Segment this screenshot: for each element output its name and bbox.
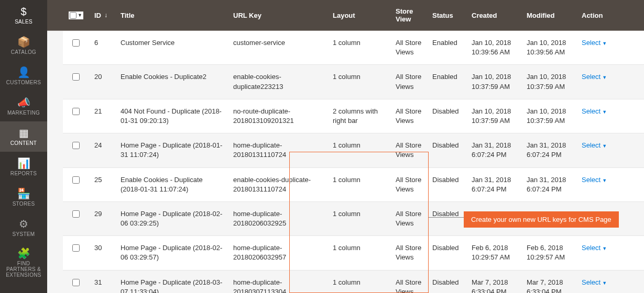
row-layout: 1 column [328,31,390,64]
row-action: Select▼ [576,236,644,269]
select-action-link[interactable]: Select▼ [582,176,607,184]
row-checkbox[interactable] [72,210,80,218]
box-icon: 📦 [17,37,30,47]
header-store-view[interactable]: Store View [390,0,427,30]
table-row[interactable]: 30 Home Page - Duplicate (2018-02-06 03:… [63,236,644,270]
row-status: Enabled [427,65,466,98]
table-row[interactable]: 31 Home Page - Duplicate (2018-03-07 11:… [63,271,644,293]
header-url-key[interactable]: URL Key [228,0,328,30]
sidebar-item-label: REPORTS [10,171,37,176]
table-row[interactable]: 20 Enable Cookies - Duplicate2 enable-co… [63,65,644,99]
header-select-all[interactable]: ▼ [63,0,89,30]
table-row[interactable]: 25 Enable Cookies - Duplicate (2018-01-3… [63,168,644,202]
select-action-link[interactable]: Select▼ [582,107,607,115]
select-label: Select [582,107,601,115]
row-created: Jan 31, 2018 6:07:24 PM [466,168,521,201]
header-created[interactable]: Created [466,0,521,30]
header-action: Action [576,0,644,30]
row-layout: 2 columns with right bar [328,99,390,133]
row-status: Disabled [427,236,466,269]
sidebar-item-system[interactable]: ⚙ SYSTEM [0,212,47,243]
row-store-view: All Store Views [390,236,427,269]
annotation-tooltip: Create your own new URL keys for CMS Pag… [464,211,619,228]
row-created: Jan 10, 2018 10:39:56 AM [466,31,521,64]
row-url-key: enable-cookies-duplicate223213 [228,65,328,98]
row-checkbox[interactable] [72,108,80,115]
row-title: Enable Cookies - Duplicate2 [115,65,228,98]
sidebar-item-content[interactable]: ▦ CONTENT [0,121,47,152]
row-checkbox[interactable] [72,73,80,81]
chevron-down-icon: ▼ [602,280,607,286]
sidebar-item-label: SALES [15,19,32,25]
row-modified: Feb 6, 2018 10:29:57 AM [521,236,576,269]
row-url-key: home-duplicate-20180206032925 [228,202,328,235]
sidebar-item-reports[interactable]: 📊 REPORTS [0,152,47,182]
gear-icon: ⚙ [19,219,28,229]
header-layout[interactable]: Layout [328,0,390,30]
row-checkbox[interactable] [72,39,80,47]
row-url-key: home-duplicate-20180131110724 [228,133,328,167]
sidebar-item-sales[interactable]: $ SALES [0,0,47,30]
row-checkbox[interactable] [72,176,80,184]
row-created: Jan 31, 2018 6:07:24 PM [466,133,521,167]
row-title: Home Page - Duplicate (2018-01-31 11:07:… [115,133,228,167]
row-title: Home Page - Duplicate (2018-02-06 03:29:… [115,236,228,269]
sidebar-item-catalog[interactable]: 📦 CATALOG [0,30,47,61]
admin-sidebar: $ SALES 📦 CATALOG 👤 CUSTOMERS 📣 MARKETIN… [0,0,47,293]
row-url-key: home-duplicate-20180206032957 [228,236,328,269]
table-row[interactable]: 24 Home Page - Duplicate (2018-01-31 11:… [63,133,644,167]
sidebar-item-marketing[interactable]: 📣 MARKETING [0,91,47,121]
row-url-key: customer-service [228,31,328,64]
row-checkbox[interactable] [72,244,80,252]
table-row[interactable]: 21 404 Not Found - Duplicate (2018-01-31… [63,99,644,133]
row-store-view: All Store Views [390,133,427,167]
header-id[interactable]: ID ↓ [89,0,115,30]
row-modified: Jan 10, 2018 10:37:59 AM [521,99,576,133]
select-all-checkbox[interactable] [70,12,77,19]
row-checkbox-cell [63,65,89,98]
sidebar-item-label: STORES [13,201,35,207]
row-layout: 1 column [328,202,390,235]
header-title[interactable]: Title [115,0,228,30]
select-action-link[interactable]: Select▼ [582,73,607,81]
header-label: Modified [527,12,554,19]
row-url-key: enable-cookies-duplicate-20180131110724 [228,168,328,201]
select-action-link[interactable]: Select▼ [582,141,607,149]
sidebar-item-customers[interactable]: 👤 CUSTOMERS [0,61,47,91]
row-id: 25 [89,168,115,201]
row-id: 24 [89,133,115,167]
main-content: ▼ ID ↓ Title URL Key Layout Store View S… [47,0,644,293]
tooltip-text: Create your own new URL keys for CMS Pag… [471,216,612,223]
row-checkbox-cell [63,133,89,167]
header-status[interactable]: Status [427,0,466,30]
sidebar-item-label: CUSTOMERS [6,80,41,85]
sidebar-item-partners[interactable]: 🧩 FIND PARTNERS & EXTENSIONS [0,243,47,283]
row-action: Select▼ [576,133,644,167]
row-title: Home Page - Duplicate (2018-02-06 03:29:… [115,202,228,235]
row-checkbox[interactable] [72,279,80,286]
select-label: Select [582,141,601,149]
select-action-link[interactable]: Select▼ [582,278,607,286]
row-layout: 1 column [328,271,390,293]
row-title: Home Page - Duplicate (2018-03-07 11:33:… [115,271,228,293]
row-checkbox[interactable] [72,142,80,149]
row-url-key: no-route-duplicate-20180131092013​21 [228,99,328,133]
row-status: Enabled [427,31,466,64]
table-row[interactable]: 6 Customer Service customer-service 1 co… [63,31,644,65]
select-label: Select [582,244,601,252]
row-action: Select▼ [576,65,644,98]
person-icon: 👤 [17,67,30,77]
row-id: 29 [89,202,115,235]
megaphone-icon: 📣 [17,97,30,108]
row-modified: Jan 31, 2018 6:07:24 PM [521,133,576,167]
sidebar-item-label: FIND PARTNERS & EXTENSIONS [2,261,45,278]
header-label: Title [121,12,135,19]
select-action-link[interactable]: Select▼ [582,244,607,252]
select-label: Select [582,73,601,81]
header-label: Action [582,12,603,19]
sidebar-item-stores[interactable]: 🏪 STORES [0,182,47,212]
select-action-link[interactable]: Select▼ [582,39,607,47]
row-id: 20 [89,65,115,98]
header-modified[interactable]: Modified [521,0,576,30]
row-modified: Jan 10, 2018 10:39:56 AM [521,31,576,64]
